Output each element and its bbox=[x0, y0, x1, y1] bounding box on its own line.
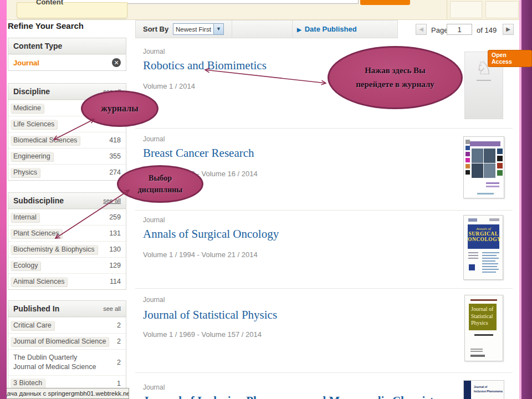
dropdown-item-label[interactable]: Content bbox=[36, 0, 63, 6]
cover-image bbox=[484, 163, 495, 178]
cover-image bbox=[484, 149, 495, 163]
cover-tile bbox=[466, 152, 470, 156]
remove-filter-icon[interactable]: ✕ bbox=[112, 58, 121, 67]
cover-line bbox=[477, 193, 494, 195]
next-page-button[interactable]: ▶ bbox=[503, 24, 514, 35]
cover-line bbox=[482, 272, 496, 273]
slide-border-left bbox=[0, 0, 7, 399]
cover-line bbox=[486, 186, 499, 187]
cover-image bbox=[472, 149, 483, 163]
result-type: Journal bbox=[143, 216, 165, 224]
result-title-surgical-oncology[interactable]: Annals of Surgical Oncology bbox=[143, 227, 279, 241]
cover-image bbox=[472, 163, 483, 178]
cover-stripe bbox=[464, 381, 471, 399]
result-title-robotics[interactable]: Robotics and Biomimetics bbox=[143, 59, 267, 73]
callout-discipline-choice: Выбор дисциплины bbox=[117, 165, 203, 203]
previous-page-button[interactable]: ◀ bbox=[416, 24, 427, 35]
cover-line bbox=[482, 269, 499, 270]
search-scope-dropdown[interactable]: Content bbox=[17, 2, 127, 18]
cover-title-text: Inclusion Phenomena bbox=[474, 390, 503, 393]
subdiscipline-see-all-link[interactable]: see all bbox=[103, 197, 121, 204]
content-type-title: Content Type bbox=[13, 42, 62, 50]
result-type: Journal bbox=[143, 383, 165, 391]
cover-line bbox=[470, 351, 483, 352]
cover-line bbox=[470, 349, 483, 350]
cover-line bbox=[474, 334, 493, 336]
search-button[interactable] bbox=[360, 0, 410, 5]
facet-ecology[interactable]: Ecology129 bbox=[8, 257, 126, 273]
springerlink-search-results-slide: Content Refine Your Search Content Type … bbox=[0, 0, 532, 399]
sort-order-value: Newest First bbox=[173, 26, 213, 33]
filter-journal[interactable]: Journal ✕ bbox=[8, 54, 126, 70]
chevron-down-icon[interactable]: ▼ bbox=[213, 24, 223, 34]
cover-tile bbox=[497, 170, 503, 176]
cover-tile bbox=[466, 164, 470, 168]
result-title-breast-cancer[interactable]: Breast Cancer Research bbox=[143, 146, 254, 160]
journal-cover-breast-cancer[interactable] bbox=[463, 136, 504, 198]
facet-physics[interactable]: Physics274 bbox=[8, 164, 126, 180]
result-divider bbox=[135, 372, 513, 373]
page-total-label: of 149 bbox=[477, 26, 497, 34]
refine-search-title: Refine Your Search bbox=[8, 21, 84, 30]
sort-order-select[interactable]: Newest First ▼ bbox=[173, 23, 224, 35]
facet-biomedical-sciences[interactable]: Biomedical Sciences418 bbox=[8, 132, 126, 148]
published-in-see-all-link[interactable]: see all bbox=[103, 305, 121, 312]
result-type: Journal bbox=[143, 48, 165, 55]
cover-tile bbox=[466, 170, 470, 175]
facet-dublin-quarterly[interactable]: The Dublin Quarterly Journal of Medical … bbox=[8, 349, 126, 375]
cover-tile bbox=[466, 146, 470, 150]
springer-logo bbox=[470, 355, 485, 357]
cover-line bbox=[468, 252, 478, 253]
browser-status-bar: дача данных с springergmbh01.webtrekk.ne… bbox=[0, 388, 129, 399]
cover-header-band bbox=[470, 141, 500, 146]
triangle-right-icon: ▶ bbox=[297, 27, 301, 33]
open-access-badge: Open Access bbox=[488, 50, 532, 67]
facet-animal-sciences[interactable]: Animal Sciences114 bbox=[8, 273, 126, 289]
cover-tile bbox=[497, 156, 503, 161]
cover-title-text: Journal of bbox=[474, 385, 487, 388]
result-divider bbox=[135, 128, 513, 129]
journal-cover-statistical-physics[interactable]: Journal of Statistical Physics bbox=[464, 295, 503, 361]
journal-cover-surgical-oncology[interactable]: Annals of SURGICAL ONCOLOGY bbox=[463, 215, 503, 280]
toolbar-divider bbox=[292, 20, 293, 38]
subdiscipline-title: Subdiscipline bbox=[13, 196, 64, 205]
subdiscipline-panel: Subdiscipline see all Internal259 Plant … bbox=[8, 192, 126, 290]
cover-line bbox=[468, 255, 478, 256]
facet-critical-care[interactable]: Critical Care2 bbox=[8, 317, 126, 333]
result-title-statistical-physics[interactable]: Journal of Statistical Physics bbox=[143, 308, 277, 322]
cover-line bbox=[482, 255, 497, 256]
content-type-panel: Content Type Journal ✕ bbox=[8, 38, 126, 71]
facet-journal-biomedical-science[interactable]: Journal of Biomedical Science2 bbox=[8, 333, 126, 349]
cover-line bbox=[482, 263, 498, 264]
cover-tile bbox=[466, 140, 470, 144]
callout-journals: журналы bbox=[81, 90, 158, 127]
cover-title-block: Annals of SURGICAL ONCOLOGY bbox=[468, 224, 499, 249]
header-tab[interactable] bbox=[485, 1, 519, 18]
facet-engineering[interactable]: Engineering355 bbox=[8, 148, 126, 164]
cover-tile bbox=[466, 158, 470, 162]
result-volumes: Volume 1 / 2014 bbox=[143, 82, 195, 90]
published-in-panel: Published In see all Critical Care2 Jour… bbox=[8, 300, 126, 392]
result-divider bbox=[135, 288, 513, 289]
cover-placeholder-line bbox=[477, 80, 491, 81]
facet-biochemistry[interactable]: Biochemistry & Biophysics130 bbox=[8, 241, 126, 257]
cover-title-block: Journal of Statistical Physics bbox=[469, 304, 497, 330]
filter-journal-label[interactable]: Journal bbox=[13, 59, 39, 67]
facet-plant-sciences[interactable]: Plant Sciences131 bbox=[8, 225, 126, 241]
result-type: Journal bbox=[143, 296, 165, 304]
sort-by-label: Sort By bbox=[143, 25, 168, 33]
header-divider bbox=[447, 0, 447, 19]
cover-tile bbox=[497, 163, 503, 168]
date-published-sort-link[interactable]: ▶Date Published bbox=[297, 25, 357, 33]
result-type: Journal bbox=[143, 135, 165, 143]
facet-internal[interactable]: Internal259 bbox=[8, 209, 126, 225]
result-title-inclusion-phenomena[interactable]: Journal of Inclusion Phenomena and Macro… bbox=[143, 394, 453, 399]
published-in-title: Published In bbox=[13, 304, 59, 313]
cover-line bbox=[482, 252, 499, 253]
cover-line bbox=[482, 266, 497, 267]
journal-cover-inclusion-phenomena[interactable]: Journal of Inclusion Phenomena bbox=[463, 380, 504, 399]
page-number-input[interactable] bbox=[447, 24, 472, 35]
cover-logo bbox=[468, 218, 477, 222]
cover-line bbox=[482, 260, 495, 262]
header-tab[interactable] bbox=[450, 1, 482, 18]
